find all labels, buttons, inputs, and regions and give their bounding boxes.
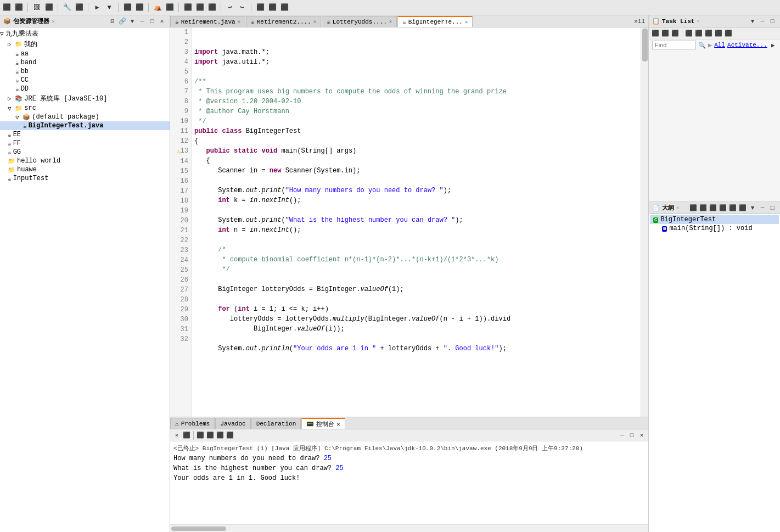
task-icon4[interactable]: ⬛ — [684, 29, 693, 38]
tree-item-GG[interactable]: ☕GG — [0, 148, 170, 156]
tree-item-EE[interactable]: ☕EE — [0, 130, 170, 139]
console-maximize-icon[interactable]: □ — [627, 431, 636, 440]
code-editor[interactable]: 123456789101112⚠131415161718192021222324… — [170, 27, 648, 417]
outline-minimize-icon[interactable]: ─ — [758, 204, 767, 212]
toolbar-icon-17[interactable]: ↪ — [238, 3, 246, 12]
bottom-tab-close-icon[interactable]: ✕ — [336, 421, 340, 428]
console-minimize-icon[interactable]: ─ — [618, 431, 626, 440]
toolbar-icon-9[interactable]: ⬛ — [123, 3, 132, 12]
editor-tab-1[interactable]: ☕ Retirement2....✕ — [246, 16, 321, 27]
toolbar-icon-12[interactable]: ⬛ — [165, 3, 174, 12]
toolbar-icon-2[interactable]: ⬛ — [14, 3, 23, 12]
task-more-icon[interactable]: ▶ — [770, 41, 777, 49]
bottom-scrollbar-thumb[interactable] — [171, 527, 226, 531]
task-all-link[interactable]: All — [714, 42, 725, 48]
link-with-editor-icon[interactable]: 🔗 — [118, 17, 127, 26]
editor-tab-3[interactable]: ☕ BigIntegerTe...✕ — [397, 16, 473, 27]
task-list-menu-icon[interactable]: ▼ — [748, 17, 757, 26]
toolbar-icon-18[interactable]: ⬛ — [256, 3, 265, 12]
console-terminate-icon[interactable]: ⬛ — [182, 431, 191, 440]
toolbar-icon-7[interactable]: ▶ — [93, 3, 102, 12]
outline-toolbar-icon7[interactable]: ▼ — [748, 204, 757, 212]
outline-toolbar-icon1[interactable]: ⬛ — [689, 204, 698, 212]
task-list-maximize-icon[interactable]: □ — [768, 17, 777, 26]
toolbar-icon-6[interactable]: ⬛ — [75, 3, 83, 12]
editor-tab-2[interactable]: ☕ LotteryOdds....✕ — [322, 16, 397, 27]
editor-scrollbar-v[interactable] — [641, 27, 648, 417]
bottom-tab-Declaration[interactable]: Declaration — [251, 418, 301, 429]
console-icon6[interactable]: ⬛ — [226, 431, 234, 440]
toolbar-icon-8[interactable]: ▼ — [105, 3, 114, 12]
toolbar-icon-13[interactable]: ⬛ — [183, 3, 192, 12]
toolbar-icon-19[interactable]: ⬛ — [268, 3, 277, 12]
tree-item-DD[interactable]: ☕DD — [0, 85, 170, 93]
task-icon7[interactable]: ⬛ — [714, 29, 723, 38]
outline-toolbar-icon3[interactable]: ⬛ — [709, 204, 717, 212]
bottom-horizontal-scrollbar[interactable] — [170, 524, 648, 532]
tab-close-icon[interactable]: ✕ — [465, 19, 468, 25]
task-find-input[interactable] — [652, 41, 696, 49]
outline-maximize-icon[interactable]: □ — [768, 204, 777, 212]
tree-item-src[interactable]: ▽ 📁src — [0, 104, 170, 113]
task-find-search-icon[interactable]: 🔍 — [698, 41, 706, 49]
task-icon8[interactable]: ⬛ — [724, 29, 733, 38]
tree-item-aa[interactable]: ☕aa — [0, 49, 170, 58]
tree-item-InputTest[interactable]: ☕InputTest — [0, 174, 170, 183]
task-list-minimize-icon[interactable]: ─ — [758, 17, 767, 26]
editor-scrollbar-thumb[interactable] — [642, 29, 648, 61]
toolbar-icon-15[interactable]: ⬛ — [207, 3, 216, 12]
code-content-col[interactable]: import java.math.*;import java.util.*;/*… — [192, 27, 641, 417]
outline-toolbar-icon2[interactable]: ⬛ — [699, 204, 708, 212]
code-line-29: BigInteger.valueOf(i)); — [194, 324, 638, 334]
close-panel-icon[interactable]: ✕ — [158, 17, 166, 26]
tree-item-CC[interactable]: ☕CC — [0, 76, 170, 85]
tree-item-band[interactable]: ☕band — [0, 58, 170, 67]
toolbar-icon-3[interactable]: 🖼 — [32, 3, 41, 12]
toolbar-icon-4[interactable]: ⬛ — [44, 3, 53, 12]
bottom-tab-Javadoc[interactable]: Javadoc — [215, 418, 250, 429]
outline-toolbar-icon5[interactable]: ⬛ — [728, 204, 737, 212]
toolbar-icon-10[interactable]: ⬛ — [135, 3, 144, 12]
outline-item-1[interactable]: mmain(String[]) : void — [650, 224, 779, 233]
task-icon2[interactable]: ⬛ — [661, 29, 670, 38]
outline-toolbar-icon4[interactable]: ⬛ — [719, 204, 727, 212]
console-clear-icon[interactable]: ✕ — [172, 431, 181, 440]
bottom-tab-Problems[interactable]: ⚠ Problems — [170, 418, 215, 429]
tree-item-FF[interactable]: ☕FF — [0, 139, 170, 148]
collapse-all-icon[interactable]: ⊟ — [108, 17, 117, 26]
toolbar-icon-16[interactable]: ↩ — [226, 3, 234, 12]
tree-item-九九乘法表[interactable]: ▽ 九九乘法表 — [0, 29, 170, 39]
console-icon4[interactable]: ⬛ — [206, 431, 215, 440]
tab-close-icon[interactable]: ✕ — [313, 19, 316, 25]
minimize-icon[interactable]: ─ — [138, 17, 147, 26]
bottom-tab-控制台[interactable]: 📟 控制台✕ — [301, 418, 345, 429]
tree-item-JRE_系统库_[JavaSE-10][interactable]: ▷ 📚JRE 系统库 [JavaSE-10] — [0, 93, 170, 104]
console-icon5[interactable]: ⬛ — [216, 431, 225, 440]
tab-overflow[interactable]: »11 — [631, 18, 648, 25]
toolbar-icon-1[interactable]: ⬛ — [2, 3, 11, 12]
toolbar-icon-5[interactable]: 🔧 — [63, 3, 71, 12]
tab-close-icon[interactable]: ✕ — [389, 19, 392, 25]
task-new-icon[interactable]: ⬛ — [651, 29, 660, 38]
task-icon3[interactable]: ⬛ — [671, 29, 680, 38]
console-icon3[interactable]: ⬛ — [196, 431, 205, 440]
toolbar-icon-14[interactable]: ⬛ — [195, 3, 204, 12]
task-icon6[interactable]: ⬛ — [704, 29, 713, 38]
tree-item-(default_package)[interactable]: ▽ 📦(default package) — [0, 113, 170, 121]
maximize-icon[interactable]: □ — [148, 17, 156, 26]
editor-tab-0[interactable]: ☕ Retirement.java✕ — [170, 16, 245, 27]
tab-close-icon[interactable]: ✕ — [238, 19, 240, 25]
toolbar-icon-11[interactable]: ⛺ — [153, 3, 162, 12]
task-activate-link[interactable]: Activate... — [727, 42, 767, 48]
tree-item-我的[interactable]: ▷ 📁我的 — [0, 39, 170, 49]
tree-item-bb[interactable]: ☕bb — [0, 67, 170, 76]
console-close-icon[interactable]: ✕ — [637, 431, 646, 440]
tree-item-huawe[interactable]: 📁huawe — [0, 165, 170, 174]
task-icon5[interactable]: ⬛ — [694, 29, 703, 38]
outline-item-0[interactable]: CBigIntegerTest — [650, 215, 779, 224]
view-menu-icon[interactable]: ▼ — [128, 17, 137, 26]
toolbar-icon-20[interactable]: ⬛ — [280, 3, 289, 12]
tree-item-BigIntegerTest.java[interactable]: ☕BigIntegerTest.java — [0, 121, 170, 130]
tree-item-hello_world[interactable]: 📁hello world — [0, 156, 170, 165]
outline-toolbar-icon6[interactable]: ⬛ — [738, 204, 747, 212]
